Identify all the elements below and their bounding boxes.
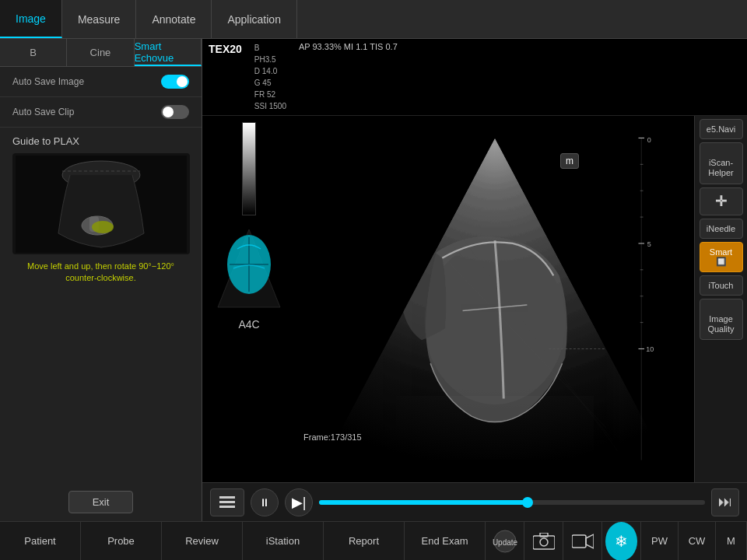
left-panel: B Cine Smart Echovue Auto Save Image Aut…: [0, 39, 202, 521]
probe-icon-area: A4C: [202, 116, 296, 482]
tool-iscan-helper[interactable]: iScan- Helper: [700, 142, 743, 184]
tool-smart[interactable]: Smart 🔲: [700, 242, 743, 272]
auto-save-clip-toggle[interactable]: [161, 105, 189, 119]
ultrasound-svg: 0 5 10: [296, 116, 694, 482]
freeze-button[interactable]: ❄: [602, 522, 641, 561]
svg-rect-39: [540, 533, 548, 537]
svg-text:Update: Update: [493, 538, 517, 547]
camera-button[interactable]: [524, 522, 563, 561]
frame-counter: Frame:173/315: [303, 432, 362, 442]
scan-params: B PH3.5 D 14.0 G 45 FR 52 SSI 1500: [254, 42, 286, 112]
us-display: A4C: [202, 116, 747, 482]
svg-rect-40: [572, 535, 586, 548]
tab-application[interactable]: Application: [212, 0, 297, 38]
anatomy-container: A4C: [210, 222, 288, 331]
svg-point-4: [92, 221, 114, 233]
tool-ineedle[interactable]: iNeedle: [700, 219, 743, 239]
guide-instruction: Move left and up, then rotate 90°−120° c…: [12, 261, 189, 285]
update-icon: Update: [493, 529, 517, 554]
svg-point-38: [540, 538, 548, 546]
tool-cross[interactable]: ✛: [700, 187, 743, 215]
center-area: TEX20 B PH3.5 D 14.0 G 45 FR 52 SSI 1500…: [202, 39, 747, 521]
sub-tab-b[interactable]: B: [0, 39, 67, 66]
svg-rect-34: [219, 506, 235, 508]
guide-section: Guide to PLAX: [0, 128, 202, 483]
svg-rect-33: [219, 501, 235, 503]
video-button[interactable]: [563, 522, 602, 561]
nav-report[interactable]: Report: [324, 522, 405, 560]
toggle-knob: [177, 76, 188, 87]
auto-save-image-row: Auto Save Image: [0, 67, 202, 97]
tool-image-quality[interactable]: Image Quality: [700, 299, 743, 341]
playback-bar: ⏸ ▶| ⏭: [202, 482, 747, 521]
pause-button[interactable]: ⏸: [251, 488, 279, 516]
guide-title: Guide to PLAX: [12, 135, 189, 147]
auto-save-clip-label: Auto Save Clip: [12, 107, 74, 117]
svg-rect-32: [219, 496, 235, 499]
nav-istation[interactable]: iStation: [243, 522, 324, 560]
svg-text:0: 0: [647, 136, 651, 144]
nav-review[interactable]: Review: [162, 522, 243, 560]
skip-end-button[interactable]: ⏭: [711, 488, 739, 516]
timeline-thumb[interactable]: [522, 497, 533, 508]
update-button[interactable]: Update: [486, 522, 524, 561]
m-marker: m: [560, 153, 579, 169]
nav-cw[interactable]: CW: [679, 522, 716, 560]
info-bar: TEX20 B PH3.5 D 14.0 G 45 FR 52 SSI 1500…: [202, 39, 747, 116]
guide-silhouette-svg: [16, 156, 187, 253]
top-tab-bar: Image Measure Annotate Application: [0, 0, 747, 39]
nav-pw[interactable]: PW: [641, 522, 679, 560]
svg-text:5: 5: [647, 240, 651, 248]
a4c-label: A4C: [238, 318, 259, 331]
auto-save-image-toggle[interactable]: [161, 75, 189, 89]
list-icon: [219, 496, 235, 509]
playback-timeline[interactable]: [319, 500, 705, 505]
cardiac-probe-svg: [210, 222, 288, 315]
step-button[interactable]: ▶|: [285, 488, 313, 516]
exit-button[interactable]: Exit: [68, 491, 134, 513]
tab-annotate[interactable]: Annotate: [136, 0, 212, 38]
tool-e5navi[interactable]: e5.Navi: [700, 119, 743, 139]
cine-list-button[interactable]: [210, 488, 244, 516]
ap-info: AP 93.33% MI 1.1 TIS 0.7: [299, 42, 398, 51]
sub-tab-smart-echovue[interactable]: Smart Echovue: [135, 39, 202, 66]
right-tool-panel: e5.Navi iScan- Helper ✛ iNeedle Smart 🔲 …: [694, 116, 747, 482]
sub-tab-cine[interactable]: Cine: [67, 39, 134, 66]
camera-icon: [533, 533, 555, 550]
video-icon: [572, 533, 594, 550]
tool-itouch[interactable]: iTouch: [700, 275, 743, 296]
auto-save-image-label: Auto Save Image: [12, 76, 84, 87]
us-image-area: 0 5 10 m: [296, 116, 694, 482]
svg-text:10: 10: [646, 345, 654, 353]
tab-measure[interactable]: Measure: [62, 0, 136, 38]
toggle-knob-2: [163, 107, 174, 117]
probe-name: TEX20: [209, 42, 242, 56]
gray-scale-bar: [242, 122, 256, 215]
sub-tab-bar: B Cine Smart Echovue: [0, 39, 202, 67]
tab-image[interactable]: Image: [0, 0, 62, 38]
auto-save-clip-row: Auto Save Clip: [0, 97, 202, 128]
bottom-nav-bar: Patient Probe Review iStation Report End…: [0, 521, 747, 560]
snowflake-icon: ❄: [605, 522, 637, 561]
nav-end-exam[interactable]: End Exam: [405, 522, 486, 560]
nav-probe[interactable]: Probe: [81, 522, 162, 560]
svg-marker-41: [586, 534, 594, 548]
guide-image: [12, 153, 190, 254]
nav-m[interactable]: M: [716, 522, 747, 560]
timeline-progress: [319, 500, 528, 505]
nav-patient[interactable]: Patient: [0, 522, 81, 560]
main-layout: B Cine Smart Echovue Auto Save Image Aut…: [0, 39, 747, 521]
